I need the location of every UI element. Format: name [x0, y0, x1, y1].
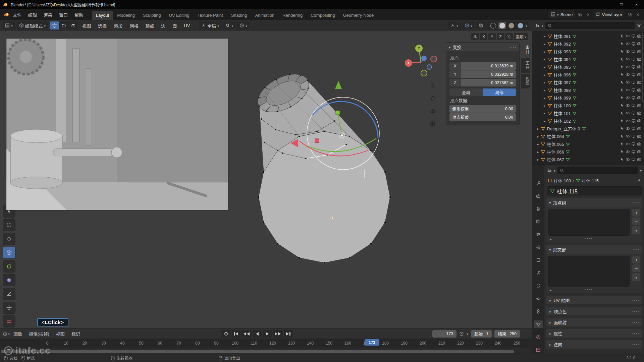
- axis-z-negative-ball[interactable]: [427, 65, 432, 69]
- transform-orientation-dropdown[interactable]: 全局: [199, 21, 221, 29]
- render-disable-toggle-icon[interactable]: [637, 103, 641, 108]
- render-disable-toggle-icon[interactable]: [637, 157, 641, 162]
- expand-arrow-icon[interactable]: [550, 236, 552, 242]
- render-disable-toggle-icon[interactable]: [637, 96, 641, 100]
- edge-select-button[interactable]: [59, 21, 68, 29]
- outliner-row[interactable]: 柱体.066: [532, 148, 644, 156]
- expand-arrow-icon[interactable]: [544, 34, 546, 39]
- properties-editor-icon[interactable]: [547, 168, 552, 173]
- viewport-disable-toggle-icon[interactable]: [631, 96, 636, 100]
- viewport-disable-toggle-icon[interactable]: [631, 34, 636, 38]
- breadcrumb-object[interactable]: 柱体.103: [554, 177, 571, 184]
- workspace-tab[interactable]: Modeling: [113, 11, 139, 20]
- sidebar-tab[interactable]: 视图: [521, 74, 530, 88]
- extrude-tool-button[interactable]: [3, 247, 15, 259]
- cursor-tool-button[interactable]: [3, 233, 15, 245]
- hide-toggle-icon[interactable]: [626, 157, 630, 162]
- axis-x-negative-ball[interactable]: [431, 56, 437, 62]
- viewport-menu-item[interactable]: 顶点: [143, 22, 157, 29]
- selectable-toggle-icon[interactable]: [620, 111, 624, 115]
- mirror-x-toggle[interactable]: X: [480, 33, 487, 40]
- shear-tool-button[interactable]: [3, 274, 15, 286]
- workspace-tab[interactable]: Rendering: [278, 11, 307, 20]
- workspace-tab[interactable]: Animation: [251, 11, 278, 20]
- add-vertex-group-button[interactable]: +: [632, 209, 640, 217]
- tab-tool[interactable]: [534, 179, 543, 187]
- outliner-row[interactable]: Retopo_立方体.0: [532, 125, 644, 132]
- workspace-tab[interactable]: Texture Paint: [194, 11, 227, 20]
- knife-tool-button[interactable]: [3, 288, 15, 300]
- hide-toggle-icon[interactable]: [626, 80, 630, 84]
- viewport-menu-item[interactable]: 添加: [111, 22, 125, 29]
- playhead-frame-badge[interactable]: 173: [365, 339, 379, 346]
- expand-arrow-icon[interactable]: [537, 157, 539, 162]
- frame-start-field[interactable]: 起始 1: [471, 330, 492, 338]
- vertex-groups-header[interactable]: 顶点组: [546, 198, 642, 207]
- tab-output[interactable]: [534, 205, 543, 213]
- jump-next-keyframe-button[interactable]: [273, 330, 283, 338]
- bevel-weight-field[interactable]: 倒角权重 0.00: [449, 105, 516, 113]
- expand-arrow-icon[interactable]: [544, 111, 546, 116]
- tab-render[interactable]: [534, 192, 543, 200]
- timeline-scrollbar[interactable]: [1, 350, 514, 353]
- outliner-row[interactable]: 柱体.067: [532, 156, 644, 163]
- timeline-ruler[interactable]: 0102030405060708090100110120130140150160…: [0, 339, 532, 348]
- hide-toggle-icon[interactable]: [626, 88, 630, 92]
- shape-keys-list[interactable]: [548, 256, 630, 287]
- tab-scene[interactable]: [534, 231, 543, 238]
- outliner-row[interactable]: 柱体.094: [532, 55, 644, 63]
- viewport-disable-toggle-icon[interactable]: [631, 119, 636, 123]
- tab-object[interactable]: [534, 256, 543, 264]
- viewport-menu-item[interactable]: UV: [181, 23, 193, 28]
- hide-toggle-icon[interactable]: [626, 96, 630, 100]
- snap-options-button[interactable]: [505, 33, 513, 40]
- viewport-disable-toggle-icon[interactable]: [631, 72, 636, 77]
- sidebar-tab[interactable]: 工具: [521, 58, 530, 73]
- outliner-row[interactable]: 柱体.093: [532, 48, 644, 55]
- selectable-toggle-icon[interactable]: [620, 103, 624, 108]
- properties-section-collapsed[interactable]: 属性: [546, 329, 642, 338]
- tab-view-layer[interactable]: [534, 218, 543, 226]
- mode-dropdown[interactable]: 编辑模式: [17, 21, 48, 29]
- gizmo-green-handle[interactable]: [336, 111, 340, 115]
- filter-icon[interactable]: [637, 23, 641, 28]
- outliner-scrollbar[interactable]: [642, 33, 643, 102]
- viewport-disable-toggle-icon[interactable]: [631, 49, 636, 54]
- outliner-row[interactable]: 柱体.097: [532, 78, 644, 86]
- viewport-disable-toggle-icon[interactable]: [631, 65, 636, 69]
- jump-prev-keyframe-button[interactable]: [241, 330, 252, 338]
- move-tool-button[interactable]: [3, 302, 15, 314]
- shading-wireframe-button[interactable]: [489, 22, 497, 29]
- delete-scene-button[interactable]: [585, 11, 591, 18]
- viewport-menu-item[interactable]: 选择: [95, 22, 109, 29]
- viewport-menu-item[interactable]: 面: [170, 22, 179, 29]
- timeline-menu-item[interactable]: 视图: [53, 330, 68, 337]
- workspace-tab[interactable]: Geometry Node: [339, 11, 378, 20]
- workspace-tab[interactable]: Compositing: [307, 11, 339, 20]
- properties-section-collapsed[interactable]: 面映射: [546, 318, 642, 326]
- expand-arrow-icon[interactable]: [537, 134, 539, 139]
- timeline-menu-item[interactable]: 回放: [10, 330, 25, 337]
- tab-object-data[interactable]: [534, 320, 543, 328]
- gizmo-green-arrow[interactable]: [335, 81, 342, 89]
- workspace-tab[interactable]: UV Editing: [165, 11, 193, 20]
- auto-key-toggle[interactable]: [221, 330, 230, 338]
- remove-vertex-group-button[interactable]: −: [632, 218, 640, 225]
- hide-toggle-icon[interactable]: [626, 65, 630, 69]
- tab-particles[interactable]: [534, 282, 543, 290]
- render-disable-toggle-icon[interactable]: [637, 34, 641, 38]
- viewlayer-selector[interactable]: ViewLayer: [593, 10, 625, 18]
- close-button[interactable]: ×: [629, 0, 644, 9]
- outliner-row[interactable]: 柱体.092: [532, 40, 644, 48]
- selectable-toggle-icon[interactable]: [620, 72, 624, 77]
- z-value[interactable]: 0.027382 m: [461, 79, 516, 86]
- selectable-toggle-icon[interactable]: [620, 88, 624, 92]
- local-button[interactable]: 局部: [483, 88, 516, 96]
- proportional-edit-toggle[interactable]: [237, 21, 250, 29]
- hide-toggle-icon[interactable]: [626, 126, 630, 131]
- blender-app-icon[interactable]: [3, 11, 9, 17]
- toggle-ortho-button[interactable]: [428, 119, 437, 128]
- expand-arrow-icon[interactable]: [544, 95, 546, 100]
- new-viewlayer-button[interactable]: [627, 11, 633, 18]
- axis-z-ball[interactable]: [421, 56, 427, 61]
